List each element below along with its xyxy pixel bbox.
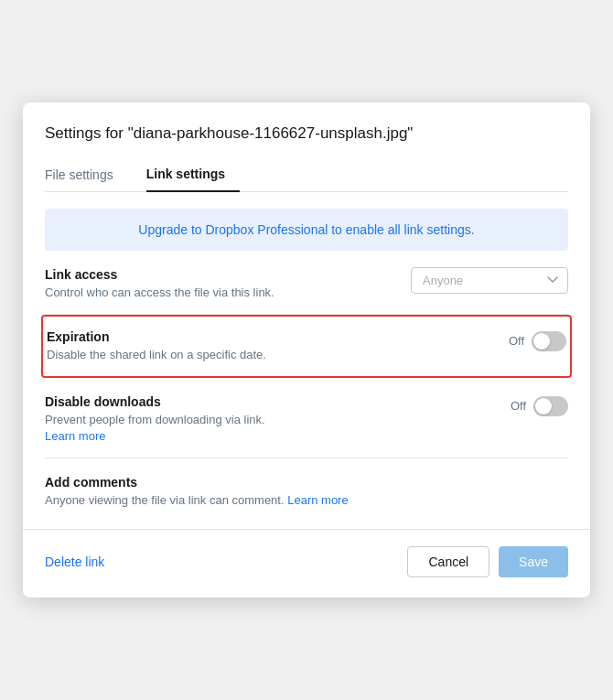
add-comments-learn-more[interactable]: Learn more [287, 493, 348, 507]
settings-dialog: Settings for "diana-parkhouse-1166627-un… [23, 102, 590, 598]
expiration-toggle-label: Off [509, 334, 524, 348]
tabs-container: File settings Link settings [45, 159, 568, 192]
upgrade-link[interactable]: Upgrade to Dropbox Professional to enabl… [138, 222, 474, 237]
add-comments-title: Add comments [45, 475, 554, 490]
disable-downloads-toggle[interactable] [533, 396, 568, 416]
add-comments-left: Add comments Anyone viewing the file via… [45, 475, 568, 509]
link-access-left: Link access Control who can access the f… [45, 267, 411, 301]
expiration-right: Off [484, 329, 566, 351]
disable-downloads-right: Off [486, 394, 568, 416]
dialog-title: Settings for "diana-parkhouse-1166627-un… [45, 124, 568, 143]
disable-downloads-description: Prevent people from downloading via link… [45, 412, 471, 445]
expiration-title: Expiration [47, 329, 469, 344]
dialog-header: Settings for "diana-parkhouse-1166627-un… [23, 102, 590, 192]
footer-actions: Cancel Save [407, 546, 568, 577]
disable-downloads-learn-more[interactable]: Learn more [45, 429, 105, 443]
link-access-dropdown[interactable]: Anyone Only you People you share with [411, 267, 568, 294]
expiration-toggle[interactable] [532, 331, 566, 351]
link-access-section: Link access Control who can access the f… [45, 251, 568, 315]
disable-downloads-title: Disable downloads [45, 394, 471, 409]
add-comments-description: Anyone viewing the file via link can com… [45, 492, 554, 509]
dialog-body: Upgrade to Dropbox Professional to enabl… [23, 209, 590, 522]
link-access-right: Anyone Only you People you share with [411, 267, 568, 294]
dialog-footer: Delete link Cancel Save [23, 529, 590, 598]
delete-link-button[interactable]: Delete link [45, 555, 104, 569]
cancel-button[interactable]: Cancel [407, 546, 489, 577]
expiration-toggle-slider [532, 331, 566, 351]
expiration-left: Expiration Disable the shared link on a … [47, 329, 484, 363]
save-button[interactable]: Save [499, 546, 568, 577]
upgrade-banner: Upgrade to Dropbox Professional to enabl… [45, 209, 568, 251]
expiration-description: Disable the shared link on a specific da… [47, 347, 469, 363]
expiration-section: Expiration Disable the shared link on a … [41, 315, 572, 378]
disable-downloads-section: Disable downloads Prevent people from do… [45, 378, 568, 458]
tab-file-settings[interactable]: File settings [45, 159, 128, 192]
link-access-title: Link access [45, 267, 411, 282]
link-access-description: Control who can access the file via this… [45, 285, 411, 301]
disable-downloads-toggle-label: Off [511, 399, 526, 413]
tab-link-settings[interactable]: Link settings [146, 159, 240, 192]
add-comments-section: Add comments Anyone viewing the file via… [45, 458, 568, 522]
disable-downloads-toggle-slider [533, 396, 568, 416]
disable-downloads-left: Disable downloads Prevent people from do… [45, 394, 486, 445]
disable-downloads-desc-text: Prevent people from downloading via link… [45, 413, 265, 426]
